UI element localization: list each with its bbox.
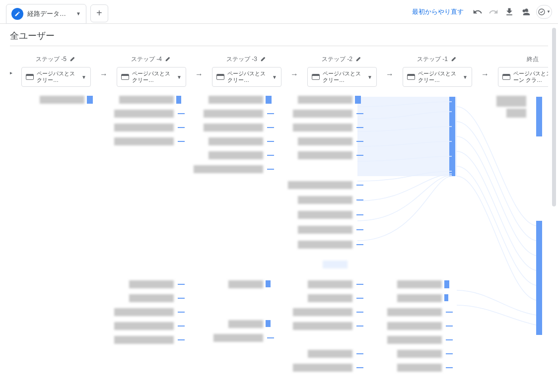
arrow-right-icon: → xyxy=(195,70,203,79)
dimension-label: ページパスとスクリー… xyxy=(323,70,364,83)
flow-bar[interactable] xyxy=(536,97,542,136)
node-tick xyxy=(446,339,453,340)
node-tick xyxy=(356,113,363,114)
path-node[interactable] xyxy=(387,322,442,330)
dimension-icon xyxy=(216,74,224,80)
path-node[interactable] xyxy=(209,96,263,104)
steps-header-row: ▸ ステップ -5 ページパスとスクリー… ▼ → ステップ -4 ページパスと… xyxy=(10,54,548,87)
pencil-icon[interactable] xyxy=(260,55,267,64)
dimension-label: ページパスとスクリー… xyxy=(37,70,78,83)
path-node[interactable] xyxy=(298,241,352,249)
dimension-selector[interactable]: ページパスとスクリー… ▼ xyxy=(21,67,91,87)
dimension-icon xyxy=(502,74,510,80)
path-node[interactable] xyxy=(387,336,442,344)
path-node[interactable] xyxy=(397,350,442,358)
node-tick xyxy=(356,141,363,142)
path-node[interactable] xyxy=(506,109,526,118)
path-node[interactable] xyxy=(397,280,442,288)
step-header: ステップ -5 xyxy=(36,54,76,64)
path-node[interactable] xyxy=(298,96,352,104)
path-node[interactable] xyxy=(114,110,174,118)
step-label: ステップ -1 xyxy=(417,55,448,64)
undo-button[interactable] xyxy=(471,5,485,19)
pencil-icon[interactable] xyxy=(70,55,76,64)
status-button[interactable]: ▼ xyxy=(536,5,552,19)
pencil-icon[interactable] xyxy=(451,55,458,64)
path-node[interactable] xyxy=(387,308,442,316)
node-tick xyxy=(356,353,363,354)
path-node[interactable] xyxy=(323,261,348,268)
path-node[interactable] xyxy=(293,322,352,330)
path-node[interactable] xyxy=(119,96,174,104)
path-node[interactable] xyxy=(293,308,352,316)
chevron-down-icon: ▼ xyxy=(272,74,277,80)
path-node[interactable] xyxy=(298,211,352,219)
path-node[interactable] xyxy=(213,334,263,342)
node-bar xyxy=(266,96,272,104)
path-node[interactable] xyxy=(228,320,263,328)
dimension-selector[interactable]: ページパスとスクリー… ▼ xyxy=(212,67,281,87)
path-node[interactable] xyxy=(496,96,526,107)
dimension-icon xyxy=(312,74,320,80)
path-node[interactable] xyxy=(397,364,442,372)
arrow-right-icon: → xyxy=(386,70,394,79)
flow-bar[interactable] xyxy=(536,221,542,335)
path-node[interactable] xyxy=(129,294,174,302)
pencil-icon[interactable] xyxy=(165,55,172,64)
path-node[interactable] xyxy=(114,308,174,316)
share-button[interactable] xyxy=(518,5,532,19)
step-column: ステップ -3 ページパスとスクリー… ▼ xyxy=(205,54,288,87)
node-tick xyxy=(178,284,185,285)
chevron-down-icon[interactable]: ▼ xyxy=(76,11,81,16)
segment-title[interactable]: 全ユーザー xyxy=(10,30,548,46)
dimension-selector[interactable]: ページパスとスクリーン クラ… xyxy=(498,67,548,87)
reset-link[interactable]: 最初からやり直す xyxy=(412,7,464,16)
chevron-down-icon: ▼ xyxy=(81,74,86,80)
path-node[interactable] xyxy=(397,294,442,302)
step-column: ステップ -4 ページパスとスクリー… ▼ xyxy=(110,54,193,87)
path-node[interactable] xyxy=(204,110,263,118)
add-tab-button[interactable]: + xyxy=(90,4,108,22)
redo-button[interactable] xyxy=(487,5,500,19)
dimension-label: ページパスとスクリー… xyxy=(227,70,269,83)
path-node[interactable] xyxy=(298,137,352,145)
flow-bar[interactable] xyxy=(449,97,455,176)
path-node[interactable] xyxy=(298,196,352,204)
path-node[interactable] xyxy=(114,336,174,344)
path-node[interactable] xyxy=(293,124,352,131)
path-node[interactable] xyxy=(209,151,263,159)
path-node[interactable] xyxy=(293,110,352,118)
path-node[interactable] xyxy=(293,364,352,372)
path-node[interactable] xyxy=(308,350,352,358)
path-node[interactable] xyxy=(114,124,174,131)
path-node[interactable] xyxy=(114,137,174,145)
chevron-down-icon: ▼ xyxy=(463,74,468,80)
dimension-selector[interactable]: ページパスとスクリー… ▼ xyxy=(117,67,186,87)
path-node[interactable] xyxy=(308,280,352,288)
node-tick xyxy=(356,284,363,285)
dimension-selector[interactable]: ページパスとスクリー… ▼ xyxy=(403,67,472,87)
step-column-endpoint: 終点 ページパスとスクリーン クラ… xyxy=(491,54,548,87)
download-button[interactable] xyxy=(502,5,516,19)
step-header: ステップ -4 xyxy=(131,54,172,64)
path-node[interactable] xyxy=(129,280,174,288)
path-node[interactable] xyxy=(288,181,352,189)
path-node[interactable] xyxy=(204,124,263,131)
active-tab[interactable]: 経路データ探 … ▼ xyxy=(6,4,86,24)
path-node[interactable] xyxy=(194,165,263,173)
path-node[interactable] xyxy=(114,322,174,330)
path-node[interactable] xyxy=(228,280,263,288)
path-node[interactable] xyxy=(298,226,352,234)
dimension-selector[interactable]: ページパスとスクリー… ▼ xyxy=(307,67,377,87)
path-node[interactable] xyxy=(40,96,84,104)
path-node[interactable] xyxy=(209,137,263,145)
path-visualization[interactable] xyxy=(10,92,548,390)
step-label: ステップ -5 xyxy=(36,55,67,64)
node-tick xyxy=(356,155,363,156)
path-node[interactable] xyxy=(298,151,352,159)
path-node[interactable] xyxy=(308,294,352,302)
vertical-scrollbar[interactable] xyxy=(552,28,556,206)
node-tick xyxy=(267,337,274,338)
pencil-icon[interactable] xyxy=(355,55,362,64)
chevron-right-icon[interactable]: ▸ xyxy=(10,70,12,75)
